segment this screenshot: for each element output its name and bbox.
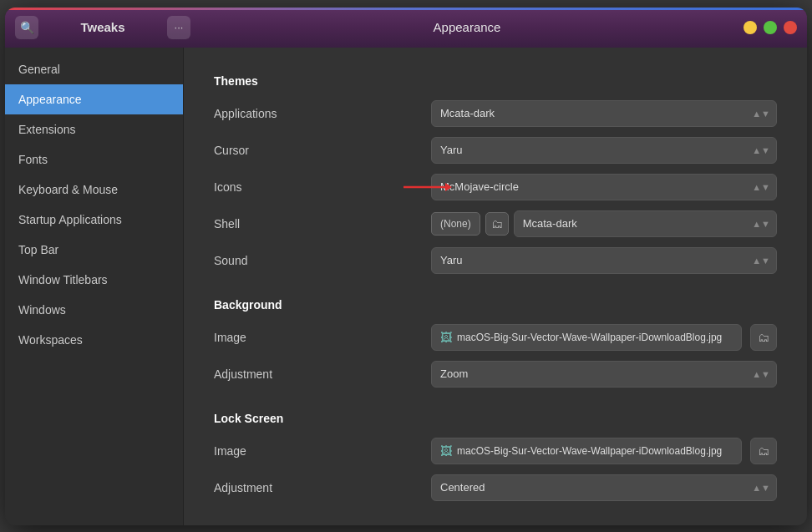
shell-dropdown-wrapper: Mcata-dark Adwaita Adwaita-dark ▲▼ [514,210,777,237]
ls-adjustment-row: Adjustment Centered Zoom Scaled Stretche… [214,474,777,502]
icons-control: McMojave-circle Yaru Adwaita ▲▼ [431,174,777,200]
sidebar-item-startup-applications[interactable]: Startup Applications [5,205,183,235]
bg-adjustment-label: Adjustment [214,367,431,381]
ls-image-row: Image 🖼 macOS-Big-Sur-Vector-Wave-Wallpa… [214,437,777,465]
ls-image-filename: macOS-Big-Sur-Vector-Wave-Wallpaper-iDow… [457,445,722,457]
ls-image-file-display: 🖼 macOS-Big-Sur-Vector-Wave-Wallpaper-iD… [431,438,742,464]
bg-image-file-display: 🖼 macOS-Big-Sur-Vector-Wave-Wallpaper-iD… [431,324,742,351]
applications-dropdown[interactable]: Mcata-dark Adwaita Adwaita-dark [431,100,777,127]
bg-adjustment-dropdown-wrapper: Zoom Centered Scaled Stretched Spanned N… [431,361,777,388]
sidebar-item-windows[interactable]: Windows [5,295,183,325]
applications-label: Applications [214,107,431,120]
sidebar-item-appearance[interactable]: Appearance [5,84,183,114]
shell-none-button[interactable]: (None) [431,212,480,236]
applications-control: Mcata-dark Adwaita Adwaita-dark ▲▼ [431,100,777,127]
ls-image-control: 🖼 macOS-Big-Sur-Vector-Wave-Wallpaper-iD… [431,438,777,464]
ls-adjustment-control: Centered Zoom Scaled Stretched Spanned N… [431,474,777,501]
applications-row: Applications Mcata-dark Adwaita Adwaita-… [214,99,777,128]
titlebar-left: 🔍 Tweaks ··· [15,16,190,39]
search-button[interactable]: 🔍 [15,16,38,39]
main-panel: Themes Applications Mcata-dark Adwaita A… [184,48,807,525]
shell-label: Shell [214,217,431,231]
icons-dropdown[interactable]: McMojave-circle Yaru Adwaita [431,174,777,200]
sidebar-item-fonts[interactable]: Fonts [5,144,183,175]
bg-image-filename: macOS-Big-Sur-Vector-Wave-Wallpaper-iDow… [457,332,722,343]
ls-image-label: Image [214,444,431,458]
bg-adjustment-control: Zoom Centered Scaled Stretched Spanned N… [431,361,777,388]
ls-adjustment-dropdown[interactable]: Centered Zoom Scaled Stretched Spanned N… [431,474,777,501]
titlebar: 🔍 Tweaks ··· Appearance [5,8,807,48]
bg-image-label: Image [214,331,431,344]
bg-image-browse-button[interactable]: 🗂 [750,324,777,351]
window-title: Appearance [190,20,743,34]
bg-image-file-icon: 🖼 [440,331,452,344]
sidebar-item-window-titlebars[interactable]: Window Titlebars [5,265,183,295]
shell-folder-button[interactable]: 🗂 [485,212,509,236]
ls-adjustment-dropdown-wrapper: Centered Zoom Scaled Stretched Spanned N… [431,474,777,501]
content-area: General Appearance Extensions Fonts Keyb… [5,48,807,525]
ls-image-browse-button[interactable]: 🗂 [750,438,777,464]
sound-row: Sound Yaru Default ▲▼ [214,246,777,275]
cursor-dropdown-wrapper: Yaru Default Adwaita ▲▼ [431,137,777,164]
ls-image-file-icon: 🖼 [440,444,452,458]
icons-label: Icons [214,180,431,194]
lockscreen-section-title: Lock Screen [214,412,777,425]
sidebar-item-general[interactable]: General [5,54,183,84]
bg-image-control: 🖼 macOS-Big-Sur-Vector-Wave-Wallpaper-iD… [431,324,777,351]
icons-dropdown-wrapper: McMojave-circle Yaru Adwaita ▲▼ [431,174,777,200]
bg-adjustment-row: Adjustment Zoom Centered Scaled Stretche… [214,360,777,388]
sound-control: Yaru Default ▲▼ [431,247,777,274]
main-window: 🔍 Tweaks ··· Appearance General Appearan… [5,8,807,525]
shell-row: Shell (None) 🗂 Mcata-dark Adwaita Adwait… [214,210,777,238]
ls-adjustment-label: Adjustment [214,481,431,494]
sound-label: Sound [214,254,431,267]
cursor-control: Yaru Default Adwaita ▲▼ [431,137,777,164]
sidebar-item-top-bar[interactable]: Top Bar [5,235,183,265]
icons-row: Icons McMojave-circle Yaru Adwaita [214,173,777,201]
shell-dropdown[interactable]: Mcata-dark Adwaita Adwaita-dark [514,210,777,237]
cursor-row: Cursor Yaru Default Adwaita ▲▼ [214,136,777,165]
background-section-title: Background [214,298,777,312]
minimize-button[interactable] [743,21,757,34]
maximize-button[interactable] [764,21,777,34]
bg-adjustment-dropdown[interactable]: Zoom Centered Scaled Stretched Spanned N… [431,361,777,388]
shell-control: (None) 🗂 Mcata-dark Adwaita Adwaita-dark… [431,210,777,237]
cursor-dropdown[interactable]: Yaru Default Adwaita [431,137,777,164]
wm-buttons [743,21,797,34]
sidebar-app-name: Tweaks [45,20,160,34]
bg-image-row: Image 🖼 macOS-Big-Sur-Vector-Wave-Wallpa… [214,323,777,352]
themes-section-title: Themes [214,74,777,88]
sound-dropdown-wrapper: Yaru Default ▲▼ [431,247,777,274]
sidebar-item-keyboard-mouse[interactable]: Keyboard & Mouse [5,175,183,205]
titlebar-gradient [5,8,807,10]
close-button[interactable] [784,21,797,34]
menu-button[interactable]: ··· [167,16,190,39]
sound-dropdown[interactable]: Yaru Default [431,247,777,274]
sidebar-item-workspaces[interactable]: Workspaces [5,325,183,355]
applications-dropdown-wrapper: Mcata-dark Adwaita Adwaita-dark ▲▼ [431,100,777,127]
sidebar: General Appearance Extensions Fonts Keyb… [5,48,184,525]
sidebar-item-extensions[interactable]: Extensions [5,114,183,144]
cursor-label: Cursor [214,144,431,157]
